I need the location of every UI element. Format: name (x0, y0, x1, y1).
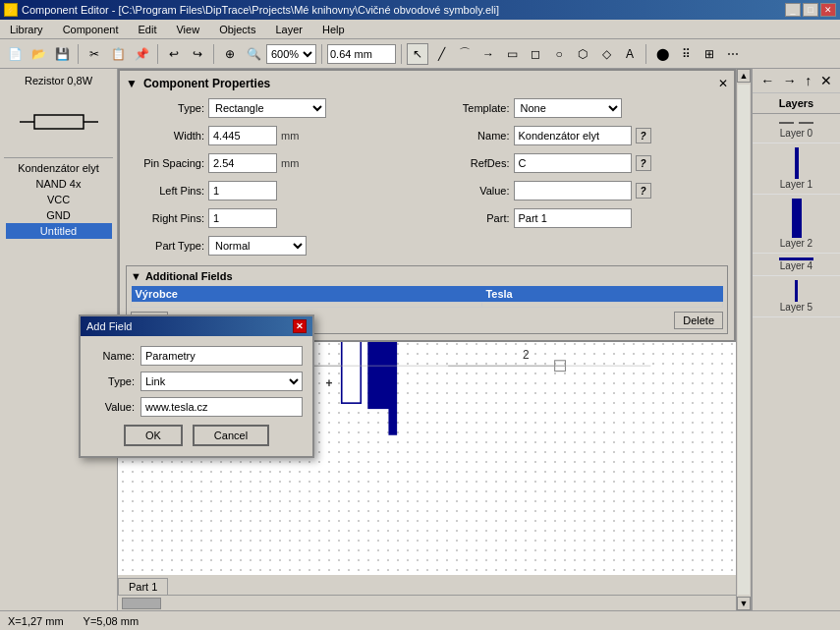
dialog-value-row: Value: (90, 397, 303, 417)
dialog-type-row: Type: Link Text Number (90, 372, 303, 391)
dialog-value-input[interactable] (140, 397, 303, 417)
dialog-title: Add Field (86, 320, 289, 332)
dialog-type-label: Type: (90, 375, 135, 387)
dialog-ok-button[interactable]: OK (124, 425, 183, 446)
dialog-buttons: OK Cancel (90, 425, 303, 446)
add-field-dialog: Add Field ✕ Name: Type: Link Text Number… (79, 315, 314, 458)
dialog-name-row: Name: (90, 346, 303, 366)
dialog-overlay: Add Field ✕ Name: Type: Link Text Number… (0, 0, 840, 630)
dialog-type-select[interactable]: Link Text Number (140, 372, 303, 391)
dialog-close-button[interactable]: ✕ (293, 319, 307, 333)
dialog-title-bar: Add Field ✕ (81, 316, 312, 336)
dialog-name-input[interactable] (140, 346, 303, 366)
dialog-cancel-button[interactable]: Cancel (193, 425, 269, 446)
dialog-name-label: Name: (90, 350, 135, 362)
dialog-value-label: Value: (90, 401, 135, 413)
dialog-content: Name: Type: Link Text Number Value: OK C… (81, 336, 312, 456)
